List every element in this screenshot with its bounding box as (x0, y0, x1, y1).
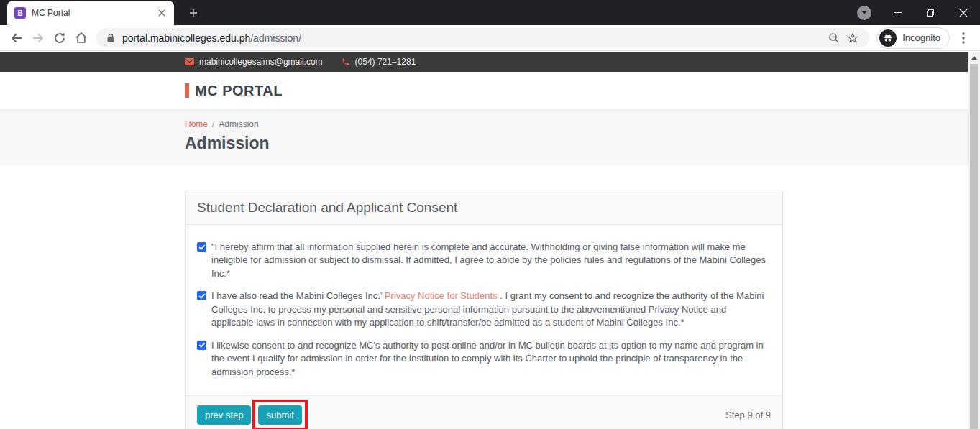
site-logo[interactable]: MC PORTAL (185, 83, 783, 99)
back-icon[interactable] (6, 27, 27, 49)
main-content: Student Declaration and Applicant Consen… (0, 165, 968, 429)
prev-step-button[interactable]: prev step (197, 405, 251, 425)
consent-checkbox-accuracy[interactable] (197, 242, 206, 252)
incognito-label: Incognito (902, 32, 940, 43)
incognito-icon (879, 29, 897, 47)
page-title: Admission (185, 134, 783, 153)
browser-window: B MC Portal (0, 0, 980, 429)
consent-card: Student Declaration and Applicant Consen… (185, 190, 783, 429)
check-icon (198, 244, 206, 250)
phone-icon (342, 57, 350, 66)
submit-button[interactable]: submit (258, 405, 301, 425)
minimize-button[interactable] (881, 0, 914, 25)
breadcrumb-home-link[interactable]: Home (185, 119, 208, 129)
breadcrumb-separator: / (212, 119, 214, 129)
forward-icon[interactable] (27, 27, 49, 49)
email-icon (185, 58, 194, 65)
breadcrumb-section: Home / Admission Admission (0, 109, 968, 165)
consent-card-footer: prev step submit Step 9 of 9 (186, 395, 782, 429)
logo-text: MC PORTAL (195, 83, 283, 99)
check-icon (198, 293, 206, 299)
contact-email: mabinicollegesaims@gmail.com (185, 57, 323, 67)
consent-text: I likewise consent to and recognize MC's… (211, 339, 771, 379)
chrome-update-icon[interactable] (848, 0, 881, 25)
favicon: B (14, 7, 26, 19)
tab-title: MC Portal (32, 8, 155, 18)
logo-bar (185, 83, 189, 98)
url-text: portal.mabinicolleges.edu.ph/admission/ (122, 32, 301, 44)
scrollbar-up-icon[interactable] (968, 52, 980, 63)
home-icon[interactable] (70, 27, 92, 49)
restore-button[interactable] (914, 0, 947, 25)
step-indicator: Step 9 of 9 (725, 410, 771, 420)
consent-checkbox-transparency[interactable] (197, 341, 206, 350)
consent-text: I have also read the Mabini Colleges Inc… (211, 290, 771, 329)
tab-close-icon[interactable] (155, 6, 168, 19)
close-button[interactable] (947, 0, 980, 25)
breadcrumb-current: Admission (219, 119, 258, 129)
submit-annotation-box: submit (252, 400, 307, 429)
privacy-notice-link[interactable]: Privacy Notice for Students (385, 290, 498, 301)
bookmark-star-icon[interactable] (843, 29, 862, 47)
consent-text: "I hereby affirm that all information su… (211, 241, 771, 280)
contact-strip: mabinicollegesaims@gmail.com (054) 721–1… (0, 52, 968, 72)
consent-checkbox-privacy[interactable] (197, 291, 206, 300)
contact-phone: (054) 721–1281 (342, 57, 416, 67)
scrollbar-thumb[interactable] (970, 64, 978, 429)
consent-item-privacy: I have also read the Mabini Colleges Inc… (197, 290, 771, 329)
incognito-badge: Incognito (876, 27, 950, 49)
browser-tab[interactable]: B MC Portal (7, 1, 174, 25)
address-bar[interactable]: portal.mabinicolleges.edu.ph/admission/ (96, 28, 869, 48)
reload-icon[interactable] (49, 27, 70, 49)
tab-bar: B MC Portal (0, 0, 980, 25)
consent-card-body: "I hereby affirm that all information su… (186, 225, 782, 395)
zoom-icon[interactable] (825, 29, 843, 47)
menu-icon[interactable] (953, 27, 974, 49)
breadcrumb: Home / Admission (185, 119, 783, 129)
consent-item-accuracy: "I hereby affirm that all information su… (197, 241, 771, 280)
lock-icon[interactable] (106, 33, 115, 43)
page: mabinicollegesaims@gmail.com (054) 721–1… (0, 52, 980, 429)
browser-toolbar: portal.mabinicolleges.edu.ph/admission/ … (0, 25, 980, 51)
window-controls (848, 0, 980, 25)
new-tab-button[interactable] (184, 5, 203, 21)
scrollbar[interactable] (968, 52, 980, 429)
check-icon (198, 342, 206, 348)
consent-card-title: Student Declaration and Applicant Consen… (186, 190, 782, 225)
site-header: MC PORTAL (0, 72, 968, 109)
consent-item-transparency: I likewise consent to and recognize MC's… (197, 339, 771, 379)
